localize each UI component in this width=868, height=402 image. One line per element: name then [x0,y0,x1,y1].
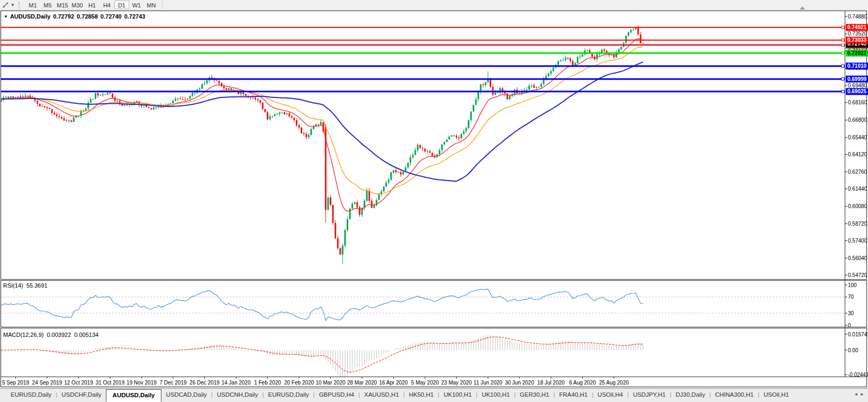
candle-body [356,202,358,208]
chart-tab-8-hk50-h1[interactable]: HK50,H1 [405,389,438,402]
chart-tab-7-xauusd-h1[interactable]: XAUUSD,H1 [360,389,403,402]
candle-body [477,92,479,100]
candle-body [262,103,264,109]
candle-body [218,81,220,84]
rsi-tick-label: 0 [848,323,851,328]
candle-body [194,93,196,93]
candle-body [305,134,307,137]
candle-body [97,93,99,95]
time-tick-label: 6 Aug 2020 [569,380,596,386]
candle-body [390,173,392,180]
price-tag-0.73033: 0.73033 [846,37,868,43]
candle-body [632,29,634,30]
candle-body [412,155,414,157]
candle-body [419,145,421,148]
chart-tab-10-uk100-h1[interactable]: UK100,H1 [477,389,514,402]
candle-body [371,201,373,208]
tab-scroll-arrows[interactable]: ◄► [854,392,866,397]
candle-body [453,136,455,136]
candle-body [603,50,605,51]
price-tick-label: 0.56040 [848,255,867,261]
candle-body [465,128,467,131]
price-tag-0.69999: 0.69999 [846,76,868,83]
chart-shift-marker[interactable] [800,6,805,10]
candle-body [58,116,60,117]
chart-tab-4-usdcnh-daily[interactable]: USDCNH,Daily [213,389,263,402]
hline-anchor-marker[interactable] [842,65,844,67]
chart-canvas[interactable]: 0.748800.735200.721600.708400.694800.681… [0,0,868,402]
candle-body [591,54,593,57]
chart-tab-15-dj30-daily[interactable]: DJ30,Daily [672,389,710,402]
candle-body [1,100,2,102]
chart-tab-13-usoil-h4[interactable]: USOil,H4 [593,389,627,402]
candle-body [463,131,465,134]
chart-tab-0-eurusd-daily[interactable]: EURUSD,Daily [6,389,56,402]
candle-body [201,84,203,88]
rsi-indicator-label: RSI(14)55.3691 [3,282,51,289]
candle-body [276,114,278,114]
hline-anchor-marker[interactable] [842,52,844,55]
candle-body [456,136,457,138]
tab-scroll-right-icon[interactable]: ► [860,392,866,397]
rsi-name: RSI(14) [3,282,23,289]
price-tick-label: 0.64120 [848,151,867,157]
price-tick-label: 0.61440 [848,186,867,192]
chart-tab-9-uk100-h1[interactable]: UK100,H1 [439,389,476,402]
macd-name: MACD(12,26,9) [3,332,43,338]
tab-bar: EURUSD,Daily|USDCHF,DailyAUDUSD,DailyUSD… [0,388,868,402]
chart-tab-16-china300-h1[interactable]: CHINA300,H1 [711,389,758,402]
candle-body [424,148,426,151]
candle-body [5,97,7,97]
candle-body [332,205,334,223]
price-tick-label: 0.54720 [848,272,867,278]
time-tick-label: 30 Jun 2020 [505,380,534,386]
macd-signal-value: 0.005134 [74,332,98,338]
tab-scroll-left-icon[interactable]: ◄ [854,392,860,397]
candle-body [550,71,551,74]
candle-body [107,93,108,94]
svg-text:0.72022: 0.72022 [847,50,867,56]
candle-body [366,191,368,201]
ohlc-toggle-icon[interactable]: ▼ [4,14,8,19]
chart-header: ▼AUDUSD,Daily0.727920.728580.727400.7274… [4,13,148,20]
chart-tab-11-ger30-h1[interactable]: GER30,H1 [516,389,554,402]
svg-text:0.71010: 0.71010 [847,63,867,69]
time-tick-label: 5 May 2020 [411,380,439,386]
chart-tab-12-fra40-h1[interactable]: FRA40,H1 [555,389,592,402]
hline-anchor-marker[interactable] [842,26,844,29]
chart-tab-14-usdjpy-h1[interactable]: USDJPY,H1 [629,389,670,402]
rsi-tick-label: 100 [848,282,857,288]
candle-body [301,128,302,133]
chart-tab-2-audusd-daily[interactable]: AUDUSD,Daily [106,389,162,402]
candle-body [429,151,431,153]
candle-body [538,87,540,87]
rsi-tick-label: 70 [848,294,854,300]
time-tick-label: 20 Feb 2020 [284,380,314,386]
candle-body [330,198,331,205]
price-tick-label: 0.60080 [848,203,867,209]
candle-body [284,112,285,114]
chart-tab-6-gbpusd-h4[interactable]: GBPUSD,H4 [315,389,358,402]
candle-body [557,61,559,65]
hline-anchor-marker[interactable] [842,39,844,41]
time-tick-label: 24 Sep 2019 [32,380,62,386]
candle-body [83,110,84,111]
candle-body [148,107,150,108]
candle-body [155,107,157,108]
candle-body [51,109,53,113]
candle-body [378,194,380,200]
hline-anchor-marker[interactable] [842,44,844,47]
hline-anchor-marker[interactable] [842,78,844,81]
candle-body [281,112,283,113]
chart-tab-1-usdchf-daily[interactable]: USDCHF,Daily [57,389,105,402]
chart-tab-3-usdcad-daily[interactable]: USDCAD,Daily [161,389,211,402]
candle-body [12,96,14,98]
candle-body [417,145,419,150]
chart-tab-5-eurusd-daily[interactable]: EURUSD,Daily [264,389,313,402]
macd-main-value: 0.003922 [47,332,71,338]
candle-body [427,151,428,151]
hline-anchor-marker[interactable] [842,90,844,93]
candle-body [567,58,569,58]
chart-tab-17-usoil-h1[interactable]: USOil,H1 [760,389,793,402]
candle-body [628,32,629,36]
